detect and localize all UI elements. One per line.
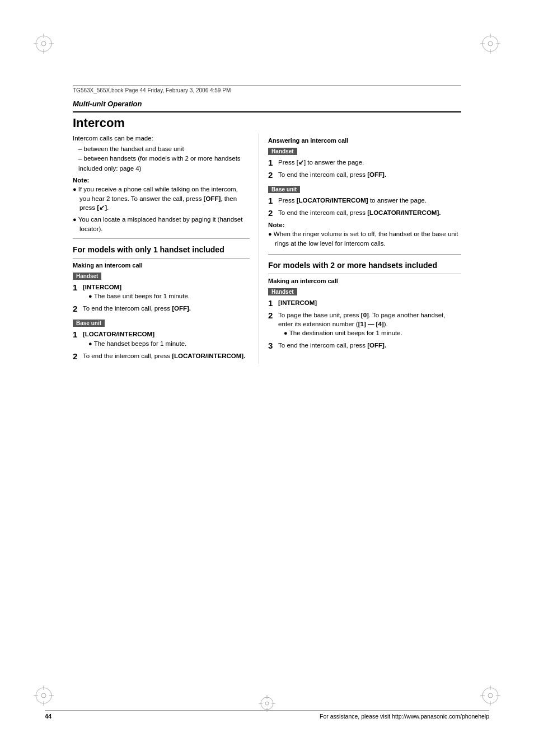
left-column: Intercom calls can be made: – between th… [73, 134, 259, 364]
two-column-layout: Intercom calls can be made: – between th… [73, 134, 461, 364]
right-bottom-step-2: 2 To page the base unit, press [0]. To p… [268, 311, 461, 339]
note-item-left-1: If you receive a phone call while talkin… [73, 185, 250, 213]
making-call-label-right: Making an intercom call [268, 278, 461, 284]
right-handset-answer-step-2: 2 To end the intercom call, press [OFF]. [268, 170, 461, 180]
corner-mark-tr [480, 34, 500, 54]
left-handset-step-2: 2 To end the intercom call, press [OFF]. [73, 304, 250, 314]
base-badge-right-top-text: Base unit [268, 186, 300, 193]
making-call-label-left: Making an intercom call [73, 262, 250, 269]
page-title: Intercom [73, 116, 461, 130]
handset-badge-right-bottom: Handset [268, 286, 461, 298]
svg-point-0 [36, 36, 51, 51]
divider-top [73, 111, 461, 112]
handset-badge-left: Handset [73, 270, 250, 283]
footer-page-number: 44 [45, 713, 51, 720]
right-base-answer-step-2: 2 To end the intercom call, press [LOCAT… [268, 208, 461, 218]
header-meta: TG563X_565X.book Page 44 Friday, Februar… [73, 85, 461, 93]
handset-badge-right-bottom-text: Handset [268, 288, 297, 295]
svg-point-12 [36, 688, 51, 703]
right-base-answer-step-1: 1 Press [LOCATOR/INTERCOM] to answer the… [268, 196, 461, 206]
svg-point-24 [261, 697, 273, 710]
handset-badge-left-text: Handset [73, 273, 101, 280]
right-column: Answering an intercom call Handset 1 Pre… [259, 134, 461, 364]
intro-bullet-2: – between handsets (for models with 2 or… [78, 154, 250, 173]
svg-point-7 [488, 41, 493, 46]
section-header: Multi-unit Operation [73, 100, 461, 108]
file-info: TG563X_565X.book Page 44 Friday, Februar… [73, 87, 231, 93]
svg-point-18 [483, 688, 498, 703]
svg-point-1 [41, 41, 46, 46]
svg-point-6 [483, 36, 498, 51]
right-handset-answer-step-1: 1 Press [↙] to answer the page. [268, 158, 461, 168]
divider-right-1 [268, 254, 461, 255]
base-badge-left: Base unit [73, 317, 250, 330]
right-bottom-step-1: 1 [INTERCOM] [268, 298, 461, 308]
divider-left-1 [73, 238, 250, 239]
corner-mark-tl [34, 34, 54, 54]
note-label-left: Note: [73, 177, 250, 184]
page: TG563X_565X.book Page 44 Friday, Februar… [0, 0, 534, 756]
handset-badge-right-top-text: Handset [268, 148, 297, 155]
right-sub-heading: For models with 2 or more handsets inclu… [268, 260, 461, 270]
note-item-right-top-1: When the ringer volume is set to off, th… [268, 229, 461, 248]
bottom-center-mark [259, 695, 275, 714]
left-base-step-2: 2 To end the intercom call, press [LOCAT… [73, 351, 250, 361]
base-badge-left-text: Base unit [73, 320, 105, 327]
note-label-right-top: Note: [268, 222, 461, 228]
note-item-left-2: You can locate a misplaced handset by pa… [73, 215, 250, 234]
right-bottom-step-3: 3 To end the intercom call, press [OFF]. [268, 341, 461, 351]
handset-badge-right-top: Handset [268, 145, 461, 158]
intro-bullet-1: – between the handset and base unit [78, 144, 250, 154]
left-base-step-1: 1 [LOCATOR/INTERCOM] The handset beeps f… [73, 330, 250, 349]
divider-left-2 [73, 258, 250, 259]
corner-mark-bl [34, 685, 54, 706]
svg-point-25 [265, 702, 269, 705]
svg-point-19 [488, 693, 493, 698]
corner-mark-br [480, 685, 500, 706]
answering-call-label: Answering an intercom call [268, 137, 461, 144]
divider-right-2 [268, 274, 461, 274]
left-sub-heading: For models with only 1 handset included [73, 245, 250, 255]
content-area: Multi-unit Operation Intercom Intercom c… [73, 100, 461, 689]
base-badge-right-top: Base unit [268, 184, 461, 196]
intro-line1: Intercom calls can be made: [73, 134, 250, 143]
left-handset-step-1: 1 [INTERCOM] The base unit beeps for 1 m… [73, 283, 250, 302]
svg-point-13 [41, 693, 46, 698]
footer-url: For assistance, please visit http://www.… [320, 713, 489, 720]
